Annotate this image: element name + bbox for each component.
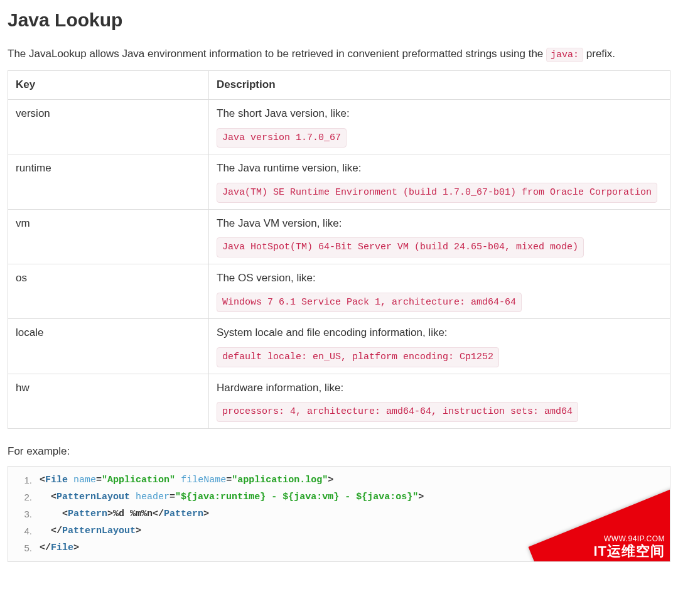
intro-text-suffix: prefix.: [586, 48, 615, 60]
code-token: name: [73, 475, 96, 485]
code-token: header: [136, 492, 170, 502]
inline-code-java-prefix: java:: [546, 48, 583, 62]
code-example-block: <File name="Application" fileName="appli…: [8, 466, 670, 562]
page-title: Java Lookup: [8, 6, 670, 34]
cell-code: Java version 1.7.0_67: [217, 128, 347, 148]
code-token: PatternLayout: [62, 526, 136, 536]
cell-desc-text: System locale and file encoding informat…: [217, 325, 662, 341]
watermark-url: WWW.94IP.COM: [593, 534, 665, 543]
table-row: vmThe Java VM version, like:Java HotSpot…: [8, 209, 670, 264]
intro-text-prefix: The JavaLookup allows Java environment i…: [8, 48, 546, 60]
code-token: File: [45, 475, 68, 485]
cell-code: default locale: en_US, platform encoding…: [217, 347, 499, 367]
code-token: >: [107, 509, 113, 519]
table-row: osThe OS version, like:Windows 7 6.1 Ser…: [8, 264, 670, 319]
code-token: <: [40, 475, 45, 485]
cell-desc: System locale and file encoding informat…: [209, 319, 670, 374]
code-token: </: [51, 526, 62, 536]
code-token: [40, 509, 62, 519]
code-line: <File name="Application" fileName="appli…: [40, 472, 664, 489]
col-header-key: Key: [8, 71, 209, 100]
table-row: hwHardware information, like:processors:…: [8, 374, 670, 428]
table-row: versionThe short Java version, like:Java…: [8, 99, 670, 154]
col-header-desc: Description: [209, 71, 670, 100]
for-example-label: For example:: [8, 444, 670, 460]
code-token: [175, 475, 181, 485]
code-token: [68, 475, 73, 485]
code-token: =: [170, 492, 175, 502]
code-token: %d %m%n: [113, 509, 153, 519]
code-token: "application.log": [232, 475, 328, 485]
code-token: >: [328, 475, 333, 485]
code-line: <Pattern>%d %m%n</Pattern>: [40, 505, 664, 522]
cell-desc-text: The Java runtime version, like:: [217, 161, 662, 176]
cell-code: Java(TM) SE Runtime Environment (build 1…: [217, 183, 657, 203]
watermark-main: IT运维空间: [593, 543, 665, 559]
cell-key: runtime: [8, 154, 209, 209]
cell-desc: The OS version, like:Windows 7 6.1 Servi…: [209, 264, 670, 319]
code-token: </: [153, 509, 164, 519]
cell-desc-text: Hardware information, like:: [217, 381, 662, 396]
code-token: "Application": [102, 475, 175, 485]
code-token: Pattern: [68, 509, 107, 519]
code-token: <: [51, 492, 56, 502]
code-token: <: [62, 509, 68, 519]
cell-desc-text: The OS version, like:: [217, 271, 662, 286]
code-token: >: [418, 492, 424, 502]
intro-paragraph: The JavaLookup allows Java environment i…: [8, 46, 670, 62]
code-token: "${java:runtime} - ${java:vm} - ${java:o…: [175, 492, 418, 502]
code-line: <PatternLayout header="${java:runtime} -…: [40, 489, 664, 505]
cell-key: version: [8, 99, 209, 154]
cell-key: vm: [8, 209, 209, 264]
code-token: >: [203, 509, 209, 519]
cell-desc: The Java runtime version, like:Java(TM) …: [209, 154, 670, 209]
code-token: Pattern: [164, 509, 203, 519]
cell-code: Windows 7 6.1 Service Pack 1, architectu…: [217, 293, 522, 313]
code-token: [40, 526, 51, 536]
cell-key: hw: [8, 374, 209, 428]
code-token: =: [226, 475, 232, 485]
cell-key: locale: [8, 319, 209, 374]
code-token: fileName: [181, 475, 226, 485]
watermark-text: WWW.94IP.COM IT运维空间: [593, 534, 665, 560]
cell-desc-text: The Java VM version, like:: [217, 216, 662, 232]
table-row: runtimeThe Java runtime version, like:Ja…: [8, 154, 670, 209]
code-token: [40, 492, 51, 502]
cell-key: os: [8, 264, 209, 319]
cell-desc: The short Java version, like:Java versio…: [209, 99, 670, 154]
cell-desc: Hardware information, like:processors: 4…: [209, 374, 670, 428]
cell-code: processors: 4, architecture: amd64-64, i…: [217, 402, 578, 422]
table-row: localeSystem locale and file encoding in…: [8, 319, 670, 374]
cell-code: Java HotSpot(TM) 64-Bit Server VM (build…: [217, 237, 584, 257]
code-token: File: [51, 543, 73, 553]
code-token: PatternLayout: [56, 492, 130, 502]
code-token: =: [96, 475, 102, 485]
code-token: </: [40, 543, 51, 553]
lookup-table: Key Description versionThe short Java ve…: [8, 70, 670, 429]
cell-desc-text: The short Java version, like:: [217, 106, 662, 122]
code-token: >: [73, 543, 79, 553]
code-token: >: [136, 526, 141, 536]
cell-desc: The Java VM version, like:Java HotSpot(T…: [209, 209, 670, 264]
code-token: [130, 492, 136, 502]
